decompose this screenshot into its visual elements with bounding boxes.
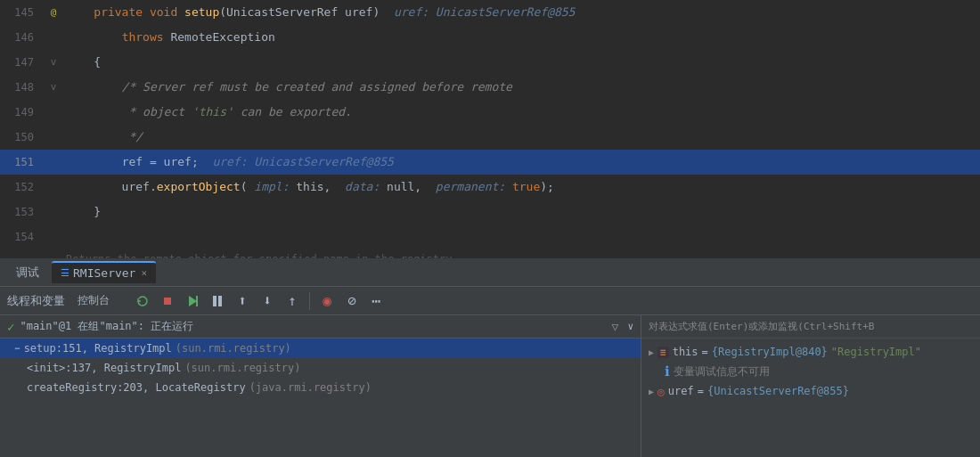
code-line-153: 153 } (0, 200, 980, 224)
line-number: 150 (0, 125, 45, 150)
line-gutter: v (45, 75, 62, 100)
line-content (62, 224, 980, 249)
line-content: throws RemoteException (62, 25, 980, 50)
line-content: */ (62, 125, 980, 150)
expand-btn[interactable]: ∨ (627, 321, 633, 332)
var-value-uref: {UnicastServerRef@855} (707, 385, 849, 397)
code-line-149: 149 * object 'this' can be exported. (0, 100, 980, 125)
debug-toolbar: 线程和变量 控制台 (0, 287, 980, 315)
var-icon-uref: ◎ (657, 385, 665, 398)
toolbar-separator (309, 292, 310, 310)
code-line-148: 148 v /* Server ref must be created and … (0, 75, 980, 100)
line-number: 148 (0, 75, 45, 100)
frame-package: (java.rmi.registry) (249, 381, 372, 394)
code-fade-text: Returns the remote object for specified … (0, 249, 980, 258)
frame-method: setup:151, RegistryImpl (24, 342, 172, 355)
var-icon-info: ℹ (665, 363, 670, 379)
code-line-147: 147 v { (0, 50, 980, 75)
var-item-this[interactable]: ▶ ≡ this = {RegistryImpl@840} "RegistryI… (645, 342, 976, 362)
tab-rmiserver-close[interactable]: × (141, 267, 147, 279)
frame-package: (sun.rmi.registry) (184, 362, 300, 374)
code-line-150: 150 */ (0, 125, 980, 150)
var-expand-uref[interactable]: ▶ (649, 387, 654, 396)
code-editor: 145 @ private void setup(UnicastServerRe… (0, 0, 980, 258)
line-number: 145 (0, 0, 45, 25)
tab-rmiserver[interactable]: ☰ RMIServer × (52, 261, 156, 283)
line-number: 151 (0, 150, 45, 175)
var-expand-this[interactable]: ▶ (649, 347, 654, 357)
line-number: 153 (0, 200, 45, 224)
var-equals-uref: = (698, 385, 704, 397)
code-line-154: 154 (0, 224, 980, 249)
svg-rect-2 (196, 296, 198, 306)
filter-icon[interactable]: ▽ (612, 320, 619, 333)
line-number: 154 (0, 224, 45, 249)
var-item-info: ℹ 变量调试信息不可用 (645, 362, 976, 381)
svg-marker-1 (189, 296, 197, 306)
debugger-area: 调试 ☰ RMIServer × 线程和变量 控制台 (0, 258, 980, 457)
left-panel: ✓ "main"@1 在组"main": 正在运行 ▽ ∨ ⬅ setup:15… (0, 315, 641, 457)
stop-button[interactable] (156, 290, 179, 313)
frame-list: ⬅ setup:151, RegistryImpl (sun.rmi.regis… (0, 339, 641, 397)
frame-item-setup[interactable]: ⬅ setup:151, RegistryImpl (sun.rmi.regis… (0, 339, 641, 358)
var-item-uref[interactable]: ▶ ◎ uref = {UnicastServerRef@855} (645, 381, 976, 401)
svg-rect-4 (218, 296, 222, 306)
status-text: "main"@1 在组"main": 正在运行 (20, 319, 193, 334)
variable-panel: ▶ ≡ this = {RegistryImpl@840} "RegistryI… (641, 339, 980, 404)
frame-method: <init>:137, RegistryImpl (27, 362, 181, 374)
code-line-152: 152 uref.exportObject( impl: this, data:… (0, 175, 980, 200)
svg-rect-0 (164, 298, 171, 305)
line-content: uref.exportObject( impl: this, data: nul… (62, 175, 980, 200)
tab-debug-label: 调试 (16, 265, 39, 281)
line-content: } (62, 200, 980, 224)
line-number: 152 (0, 175, 45, 200)
var-name-uref: uref (668, 385, 694, 397)
line-number: 149 (0, 100, 45, 125)
frame-item-init[interactable]: <init>:137, RegistryImpl (sun.rmi.regist… (0, 358, 641, 378)
step-out-button[interactable]: ↑ (281, 290, 304, 313)
var-value-this: {RegistryImpl@840} (712, 346, 828, 358)
code-line-151: 151 ref = uref; uref: UnicastServerRef@8… (0, 150, 980, 175)
more-button[interactable]: ⋯ (365, 290, 388, 313)
run-to-cursor-button[interactable]: ◉ (315, 290, 339, 313)
line-content: { (62, 50, 980, 75)
line-gutter (45, 175, 62, 200)
line-content: private void setup(UnicastServerRef uref… (62, 0, 980, 25)
rerun-button[interactable] (131, 290, 154, 313)
tab-rmiserver-icon: ☰ (61, 267, 69, 279)
frame-method: createRegistry:203, LocateRegistry (27, 381, 246, 394)
frame-item-create-registry[interactable]: createRegistry:203, LocateRegistry (java… (0, 378, 641, 397)
pause-button[interactable] (206, 290, 229, 313)
var-equals: = (702, 346, 708, 358)
tab-rmiserver-label: RMIServer (73, 266, 135, 280)
line-gutter (45, 200, 62, 224)
code-line-146: 146 throws RemoteException (0, 25, 980, 50)
line-content: * object 'this' can be exported. (62, 100, 980, 125)
evaluate-button[interactable]: ⊘ (340, 290, 363, 313)
toolbar-left: 线程和变量 控制台 (7, 290, 388, 313)
frame-arrow-icon: ⬅ (14, 343, 20, 355)
line-gutter (45, 125, 62, 150)
toolbar-console-label[interactable]: 控制台 (78, 293, 110, 308)
tab-debug[interactable]: 调试 (7, 261, 48, 284)
var-name-this: this (673, 346, 698, 358)
step-into-button[interactable]: ⬇ (256, 290, 279, 313)
line-gutter: v (45, 50, 62, 75)
line-gutter (45, 100, 62, 125)
var-icon-this: ≡ (657, 347, 669, 358)
line-content: ref = uref; uref: UnicastServerRef@855 (62, 150, 980, 175)
line-gutter (45, 25, 62, 50)
line-gutter (45, 224, 62, 249)
right-panel-header-text: 对表达式求值(Enter)或添加监视(Ctrl+Shift+B (649, 320, 874, 333)
debug-tabs: 调试 ☰ RMIServer × (0, 258, 980, 287)
debug-panels: ✓ "main"@1 在组"main": 正在运行 ▽ ∨ ⬅ setup:15… (0, 315, 980, 457)
right-panel-header: 对表达式求值(Enter)或添加监视(Ctrl+Shift+B (641, 315, 980, 339)
status-bar: ✓ "main"@1 在组"main": 正在运行 ▽ ∨ (0, 315, 641, 339)
line-number: 147 (0, 50, 45, 75)
status-check-icon: ✓ (7, 320, 14, 334)
step-over-button[interactable]: ⬆ (231, 290, 254, 313)
resume-button[interactable] (181, 290, 204, 313)
svg-rect-3 (213, 296, 216, 306)
toolbar-threads-label: 线程和变量 (7, 293, 65, 309)
line-gutter: @ (45, 0, 62, 25)
